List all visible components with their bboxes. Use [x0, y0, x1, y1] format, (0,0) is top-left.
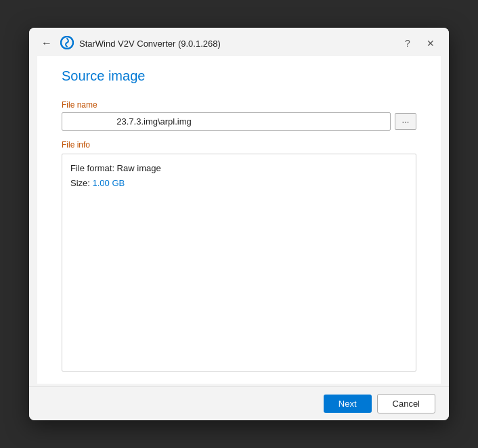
- bottom-bar: Next Cancel: [29, 386, 449, 420]
- title-bar: ← StarWind V2V Converter (9.0.1.268) ? ✕: [29, 28, 449, 56]
- page-title: Source image: [62, 68, 416, 84]
- file-size: Size: 1.00 GB: [70, 176, 408, 191]
- back-button[interactable]: ←: [39, 36, 55, 51]
- file-size-value: 1.00 GB: [93, 178, 125, 188]
- app-icon: [60, 36, 74, 51]
- file-format: File format: Raw image: [70, 161, 408, 176]
- cancel-button[interactable]: Cancel: [377, 394, 435, 413]
- title-bar-controls: ? ✕: [399, 35, 439, 52]
- file-name-row: ···: [62, 112, 416, 131]
- title-bar-left: ← StarWind V2V Converter (9.0.1.268): [39, 36, 221, 51]
- file-name-label: File name: [62, 100, 416, 110]
- content-area: Source image File name ··· File info Fil…: [37, 56, 441, 384]
- file-info-label: File info: [62, 140, 416, 150]
- main-window: ← StarWind V2V Converter (9.0.1.268) ? ✕…: [29, 28, 449, 420]
- file-info-box: File format: Raw image Size: 1.00 GB: [62, 154, 416, 372]
- file-name-input[interactable]: [62, 112, 391, 131]
- browse-button[interactable]: ···: [395, 113, 416, 130]
- close-button[interactable]: ✕: [422, 35, 439, 52]
- help-button[interactable]: ?: [399, 35, 416, 52]
- next-button[interactable]: Next: [324, 395, 372, 413]
- window-title: StarWind V2V Converter (9.0.1.268): [79, 39, 221, 49]
